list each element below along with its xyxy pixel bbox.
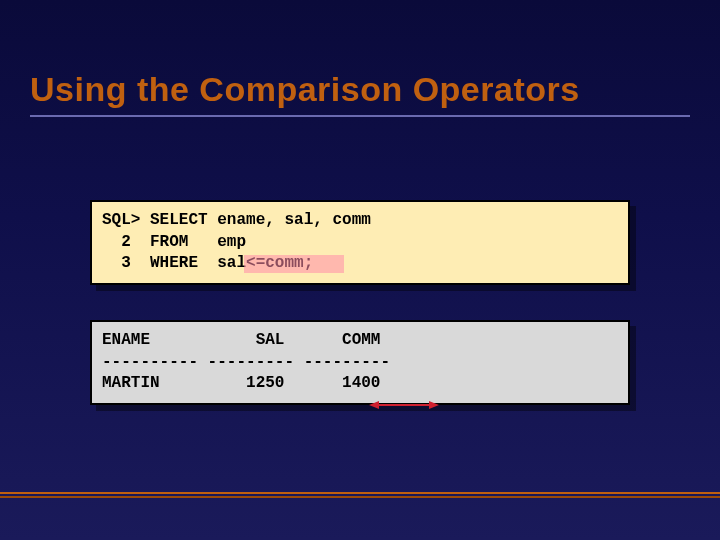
sql-line-3: 3 WHERE sal<=comm;	[102, 254, 313, 272]
result-content: ENAME SAL COMM ---------- --------- ----…	[90, 320, 630, 405]
result-box: ENAME SAL COMM ---------- --------- ----…	[90, 320, 630, 405]
sql-query-box: SQL> SELECT ename, sal, comm 2 FROM emp …	[90, 200, 630, 285]
title-underline	[30, 115, 690, 117]
bottom-accent-line	[0, 492, 720, 494]
sql-line-2: 2 FROM emp	[102, 233, 246, 251]
result-row-1: MARTIN 1250 1400	[102, 374, 380, 392]
bottom-accent-line-shadow	[0, 496, 720, 498]
sql-line-1: SQL> SELECT ename, sal, comm	[102, 211, 371, 229]
sql-query-content: SQL> SELECT ename, sal, comm 2 FROM emp …	[90, 200, 630, 285]
result-header: ENAME SAL COMM	[102, 331, 380, 349]
slide: Using the Comparison Operators SQL> SELE…	[0, 0, 720, 540]
slide-title: Using the Comparison Operators	[0, 0, 720, 109]
result-divider: ---------- --------- ---------	[102, 353, 390, 371]
